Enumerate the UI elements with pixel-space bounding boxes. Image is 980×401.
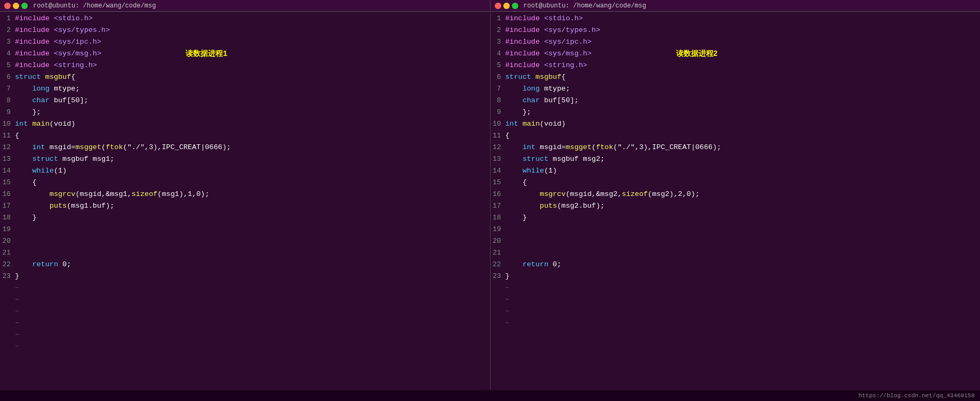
title-bar-2: root@ubuntu: /home/wang/code/msg (491, 0, 981, 12)
token-ident: } (15, 214, 37, 222)
title-bar-buttons-2 (495, 3, 518, 9)
editor-area-2: 1#include <stdio.h>2#include <sys/types.… (491, 12, 981, 390)
token-kw-return: return (523, 260, 549, 268)
line-content: int main(void) (505, 118, 566, 130)
line-number: 6 (0, 71, 15, 83)
code-line: ~ (0, 341, 490, 353)
token-ident: ("./",3),IPC_CREAT|0666); (123, 143, 231, 151)
token-ident: }; (15, 108, 41, 116)
token-ident: { (15, 132, 19, 140)
token-ident (505, 167, 523, 175)
token-ident (518, 120, 523, 128)
line-content: } (505, 271, 510, 282)
token-fn-name: msgbuf (45, 73, 71, 81)
line-number: 7 (0, 83, 15, 95)
line-number: 19 (0, 224, 15, 235)
line-number: 7 (491, 83, 505, 95)
token-fn-name: msgget (75, 143, 101, 151)
code-line: 17 puts(msg1.buf); (0, 200, 490, 212)
token-kw-header: <sys/ipc.h> (54, 38, 101, 46)
line-content: #include <string.h> (15, 60, 97, 71)
code-line: ~ (491, 306, 981, 317)
token-kw-return: return (32, 260, 58, 268)
token-ident (505, 155, 523, 163)
line-content: #include <stdio.h> (505, 13, 583, 24)
token-macro: #include (505, 38, 540, 46)
terminal-window-1: root@ubuntu: /home/wang/code/msg1#includ… (0, 0, 491, 390)
close-button-2[interactable] (495, 3, 501, 9)
line-content: #include <string.h> (505, 60, 588, 71)
token-ident (15, 143, 32, 151)
line-number: 2 (491, 24, 505, 36)
token-kw-int: int (523, 143, 535, 151)
line-number: 17 (491, 200, 505, 212)
tilde-line: ~ (505, 317, 510, 329)
line-number: 15 (0, 177, 15, 189)
line-number: 11 (0, 130, 15, 142)
line-content: msgrcv(msgid,&msg2,sizeof(msg2),2,0); (505, 189, 700, 200)
token-ident: (1) (544, 167, 557, 175)
line-number: 10 (491, 118, 505, 130)
line-number: 14 (491, 165, 505, 177)
line-number: 18 (491, 212, 505, 224)
token-ident: mtype; (540, 85, 570, 93)
title-bar-buttons-1 (4, 3, 28, 9)
code-line: ~ (0, 306, 490, 317)
code-line: 22 return 0; (0, 259, 490, 271)
tilde-line: ~ (15, 294, 19, 306)
token-ident (15, 85, 32, 93)
code-line: 2#include <sys/types.h> (0, 24, 490, 36)
token-ident (505, 202, 540, 210)
token-fn-name: ftok (596, 143, 613, 151)
max-button-1[interactable] (21, 3, 28, 9)
token-kw-header: <string.h> (54, 61, 97, 69)
token-kw-int: int (15, 120, 28, 128)
line-number: 5 (0, 60, 15, 71)
token-fn-name: puts (540, 202, 557, 210)
token-macro: #include (15, 61, 50, 69)
code-line: 18 } (0, 212, 490, 224)
code-line: 5#include <string.h> (0, 60, 490, 71)
code-line: 12 int msgid=msgget(ftok("./",3),IPC_CRE… (0, 142, 490, 153)
line-number: 16 (491, 189, 505, 200)
token-kw-type: struct (15, 73, 41, 81)
token-ident: } (505, 214, 527, 222)
min-button-1[interactable] (13, 3, 19, 9)
code-line: 23} (491, 271, 981, 282)
close-button-1[interactable] (4, 3, 11, 9)
line-content: #include <stdio.h> (15, 13, 93, 24)
token-ident: ( (101, 143, 106, 151)
token-fn-name: ftok (106, 143, 123, 151)
line-content: int msgid=msgget(ftok("./",3),IPC_CREAT|… (505, 142, 721, 153)
code-line: 23} (0, 271, 490, 282)
token-ident: }; (505, 108, 532, 116)
line-content: char buf[50]; (505, 95, 579, 107)
line-number: 22 (491, 259, 505, 271)
line-number: 1 (491, 13, 505, 24)
tilde-line: ~ (505, 294, 510, 306)
line-number: 13 (0, 153, 15, 165)
code-line: 5#include <string.h> (491, 60, 981, 71)
token-ident: 0; (549, 260, 561, 268)
token-ident: { (71, 73, 75, 81)
token-kw-type: struct (32, 155, 58, 163)
token-ident: (msg1),1,0); (157, 190, 209, 198)
code-line: 9 }; (0, 107, 490, 118)
code-line: 4#include <sys/msg.h>读数据进程2 (491, 48, 981, 60)
line-content: { (505, 130, 510, 142)
code-line: 21 (491, 247, 981, 259)
min-button-2[interactable] (503, 3, 510, 9)
token-fn-name: msgrcv (540, 190, 566, 198)
code-line: 7 long mtype; (0, 83, 490, 95)
max-button-2[interactable] (512, 3, 518, 9)
code-line: 3#include <sys/ipc.h> (491, 36, 981, 48)
code-line: 14 while(1) (0, 165, 490, 177)
token-kw-long: long (523, 85, 540, 93)
line-number: 5 (491, 60, 505, 71)
token-ident (15, 167, 32, 175)
code-line: 18 } (491, 212, 981, 224)
line-number: 3 (0, 36, 15, 48)
code-line: 8 char buf[50]; (491, 95, 981, 107)
token-ident: 0; (58, 260, 71, 268)
line-content: { (505, 177, 527, 189)
